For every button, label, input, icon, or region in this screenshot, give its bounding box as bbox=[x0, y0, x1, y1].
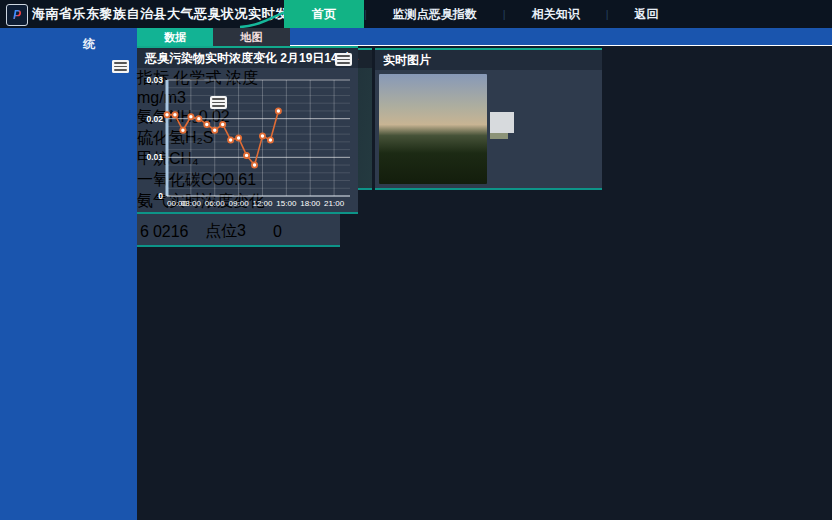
device-base bbox=[379, 157, 409, 166]
device-cabinet bbox=[490, 112, 514, 133]
app-logo-icon[interactable]: P bbox=[6, 4, 28, 26]
device-pole bbox=[490, 74, 495, 112]
panel-odor-concentration: 恶臭污染物实时浓度变化 2月19日14时 指标 化学式 浓度 mg/m3 氨气N… bbox=[137, 46, 358, 214]
photos-title: 实时图片 bbox=[375, 50, 602, 70]
svg-text:0.01: 0.01 bbox=[146, 152, 163, 162]
chart-menu-icon[interactable] bbox=[335, 53, 352, 66]
svg-text:03:00: 03:00 bbox=[181, 199, 202, 208]
photo-row bbox=[379, 74, 598, 184]
left-sidebar: 统 bbox=[0, 28, 137, 520]
table-row: 60216点位30 bbox=[139, 220, 338, 243]
tab-strip: 数据 地图 bbox=[137, 28, 832, 46]
device-pole bbox=[379, 77, 385, 129]
main-nav: 首页 | 监测点恶臭指数 | 相关知识 | 返回 bbox=[284, 0, 685, 28]
nav-item-odor-index[interactable]: 监测点恶臭指数 bbox=[367, 0, 503, 28]
svg-text:06:00: 06:00 bbox=[205, 199, 226, 208]
svg-text:12:00: 12:00 bbox=[252, 199, 273, 208]
svg-text:0.02: 0.02 bbox=[146, 114, 163, 124]
dashboard-content: 2022年2月19日 14:17:03 下午好 温室气体指数 00.511.50… bbox=[137, 46, 832, 520]
svg-text:21:00: 21:00 bbox=[324, 199, 345, 208]
odor-title: 恶臭污染物实时浓度变化 bbox=[145, 51, 277, 65]
device-screen bbox=[379, 129, 394, 140]
device-screen bbox=[490, 112, 500, 120]
odor-panel-header: 恶臭污染物实时浓度变化 2月19日14时 bbox=[137, 48, 358, 68]
svg-text:0.03: 0.03 bbox=[146, 75, 163, 85]
app-title-wrap: 统 bbox=[83, 36, 95, 53]
device-base bbox=[490, 133, 508, 139]
device-cabinet bbox=[379, 129, 413, 157]
site-photo-right bbox=[490, 74, 598, 184]
tab-map[interactable]: 地图 bbox=[213, 28, 290, 46]
chart-menu-icon[interactable] bbox=[210, 96, 227, 109]
nav-item-home[interactable]: 首页 bbox=[284, 0, 364, 28]
nav-item-back[interactable]: 返回 bbox=[609, 0, 685, 28]
nav-item-knowledge[interactable]: 相关知识 bbox=[506, 0, 606, 28]
svg-text:15:00: 15:00 bbox=[276, 199, 297, 208]
svg-text:09:00: 09:00 bbox=[229, 199, 250, 208]
chart-menu-icon[interactable] bbox=[112, 60, 129, 73]
svg-text:18:00: 18:00 bbox=[300, 199, 321, 208]
top-nav-bar: P 海南省乐东黎族自治县大气恶臭状况实时发布系 首页 | 监测点恶臭指数 | 相… bbox=[0, 0, 832, 28]
ammonia-chart-wrap: 氨气实时浓度变化 00.010.020.0300:0003:0006:0009:… bbox=[137, 191, 358, 212]
svg-text:0: 0 bbox=[158, 191, 163, 201]
site-photo-left bbox=[379, 74, 487, 184]
panel-live-photos: 实时图片 bbox=[375, 48, 602, 190]
ammonia-line-chart: 00.010.020.0300:0003:0006:0009:0012:0015… bbox=[137, 70, 358, 212]
tab-data[interactable]: 数据 bbox=[137, 28, 213, 46]
